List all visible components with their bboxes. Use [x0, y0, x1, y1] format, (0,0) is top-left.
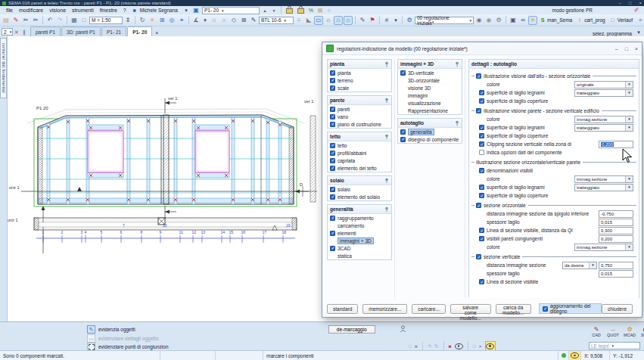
- menu-modificare[interactable]: modificare: [16, 8, 46, 13]
- refresh-view-icon[interactable]: ↻: [434, 343, 438, 349]
- checkbox-elementi[interactable]: [330, 231, 335, 236]
- settings-gear-icon[interactable]: ⚙: [405, 16, 414, 25]
- menu-[interactable]: ?: [120, 8, 129, 13]
- wall-view-green-icon[interactable]: ⌂: [334, 16, 343, 25]
- chiudere-button[interactable]: chiudere: [602, 304, 633, 314]
- checkbox-scale[interactable]: [330, 85, 335, 91]
- tab-p1-21[interactable]: P1- 21: [101, 26, 126, 36]
- chevron-down-icon[interactable]: ▼: [625, 90, 633, 96]
- demark-button[interactable]: de-marcaggio: [328, 325, 375, 334]
- measure-angle-icon[interactable]: ∡: [191, 16, 201, 25]
- monitor-icon[interactable]: ▭: [314, 16, 323, 25]
- checkbox-linea-di-sezione-visibile[interactable]: [479, 279, 484, 284]
- zoom-icon[interactable]: ◎: [167, 16, 176, 25]
- checkbox-terreno[interactable]: [330, 78, 335, 83]
- checkbox-elemento-del-solaio[interactable]: [330, 194, 335, 200]
- frame-icon[interactable]: ⊠: [239, 16, 248, 25]
- clear-view-icon[interactable]: ✕: [13, 29, 20, 36]
- draw-icon[interactable]: ✎: [249, 16, 258, 25]
- grid-dropdown-icon[interactable]: ▾: [392, 17, 400, 24]
- scale-spinner-icon[interactable]: ⇕: [123, 16, 132, 25]
- wall-view-green2-icon[interactable]: ⌂: [344, 16, 353, 25]
- dialog-icon[interactable]: ▣: [509, 16, 518, 25]
- chevron-down-icon[interactable]: ▼: [589, 262, 596, 268]
- cart-prog-label[interactable]: cart_prog: [584, 17, 605, 23]
- highlight-details-icon[interactable]: ▭: [87, 334, 95, 343]
- group-header-autotaglio[interactable]: autotaglio: [398, 119, 462, 128]
- highlight-icon[interactable]: ☀: [528, 16, 537, 25]
- wall-view-icon[interactable]: ⌂: [324, 16, 333, 25]
- update-drawing-option[interactable]: aggiornamento del disegno: [539, 303, 602, 314]
- storey2-icon[interactable]: ⌂: [219, 16, 229, 25]
- item-raggruppamento[interactable]: raggruppamento: [328, 214, 391, 222]
- item-pianta[interactable]: pianta: [328, 69, 391, 76]
- checkbox-solaio[interactable]: [330, 187, 335, 192]
- view-up-icon[interactable]: ▲: [261, 7, 269, 14]
- update-drawing-checkbox[interactable]: [543, 306, 548, 312]
- split-view-icon[interactable]: ∥: [20, 29, 28, 36]
- select-box-icon[interactable]: □: [409, 343, 412, 349]
- checkbox-illustrazione-visione-parete-sezione-verticale-edificio[interactable]: [476, 108, 481, 113]
- undo-icon[interactable]: ↶: [45, 16, 54, 25]
- checkbox-clipping-sezione-verticale-nella-zona-di[interactable]: [479, 141, 484, 147]
- checkbox-visibili-pareti-congiungenti[interactable]: [479, 236, 484, 241]
- salvare-come-modello-button[interactable]: salvare come modello...: [450, 304, 491, 314]
- user-name[interactable]: Michele Segnana: [140, 8, 178, 13]
- pin-icon[interactable]: [384, 178, 389, 184]
- item-scale[interactable]: scale: [328, 84, 391, 92]
- man-sema-label[interactable]: man_Sema: [547, 17, 572, 23]
- item-caricamento[interactable]: caricamento: [328, 222, 391, 229]
- highlight-objects-icon[interactable]: ✎: [87, 325, 95, 334]
- person-icon[interactable]: [400, 325, 406, 334]
- checkbox-tetto[interactable]: [330, 143, 335, 148]
- regolazione-combo[interactable]: 00 regolazione iniziale*▾: [415, 17, 474, 24]
- item-elementi[interactable]: elementi: [328, 229, 391, 237]
- input-spessore-taglio[interactable]: 0,015: [599, 270, 633, 278]
- dialog-close-icon[interactable]: ×: [635, 46, 638, 51]
- checkbox-generalit[interactable]: [400, 129, 406, 135]
- checkbox-disegno-di-componente[interactable]: [400, 137, 406, 142]
- item-immagini[interactable]: immagini: [398, 92, 462, 99]
- group-header-solaio[interactable]: solaio: [328, 176, 391, 185]
- pin-icon[interactable]: [384, 98, 389, 104]
- checkbox-sezione-verticale[interactable]: [476, 254, 481, 259]
- menu-finestre[interactable]: finestre: [97, 8, 120, 13]
- open-icon[interactable]: ▤: [2, 16, 11, 25]
- close-tab-icon[interactable]: ×: [153, 29, 160, 36]
- verlauf-label[interactable]: Verlauf: [618, 17, 633, 23]
- scale-combo[interactable]: M = 1:50: [89, 17, 123, 24]
- select-colore[interactable]: originale▼: [574, 81, 633, 88]
- project-folder-icon[interactable]: ▤: [316, 7, 324, 14]
- carica-da-modello-button[interactable]: carica da modello...: [496, 304, 531, 314]
- mcad-mode[interactable]: ⚙ MCAD: [622, 326, 637, 337]
- item-3d-orizzontale[interactable]: 3D-orizzontale: [398, 76, 462, 84]
- input-clipping-sezione-verticale-nella-zona-di[interactable]: 0,200: [599, 141, 633, 148]
- stamp-icon[interactable]: ◉: [474, 16, 484, 25]
- annotate-icon[interactable]: ✎: [358, 16, 367, 25]
- print-icon[interactable]: ▦: [70, 16, 79, 25]
- btl-combo[interactable]: BTL 10-6▾: [259, 17, 294, 24]
- percent-icon[interactable]: %: [307, 7, 315, 14]
- chevron-down-icon[interactable]: ▼: [625, 244, 633, 250]
- chevron-down-icon[interactable]: ▼: [625, 82, 633, 88]
- chevron-down-icon[interactable]: ▼: [625, 116, 633, 123]
- globe-icon[interactable]: ○: [325, 7, 333, 14]
- menu-file[interactable]: file: [3, 8, 16, 13]
- lock-icon[interactable]: [286, 8, 293, 14]
- checkbox-3cad[interactable]: [330, 246, 335, 251]
- group-header-parete[interactable]: parete: [328, 96, 391, 105]
- item-profili-abbaini[interactable]: profili/abbaini: [328, 149, 391, 157]
- group-header-pianta[interactable]: pianta: [328, 60, 391, 69]
- view-combo[interactable]: P1- 20▾: [202, 7, 260, 14]
- pan-icon[interactable]: +: [177, 16, 186, 25]
- program-select-arrow-icon[interactable]: ▾: [635, 29, 642, 36]
- quot-mode[interactable]: ↔ QUOT: [605, 326, 621, 337]
- gear2-icon[interactable]: ⚙: [494, 16, 503, 25]
- program-select-label[interactable]: selez. programma: [593, 31, 632, 36]
- grid-icon[interactable]: #: [382, 16, 391, 25]
- flag-icon[interactable]: ⚑: [368, 16, 377, 25]
- select-filled-icon[interactable]: ■: [415, 343, 418, 349]
- 3cad-mode[interactable]: 3CAD: [639, 326, 644, 337]
- dot-icon[interactable]: ●: [479, 343, 482, 349]
- search-icon[interactable]: ∞: [518, 16, 527, 25]
